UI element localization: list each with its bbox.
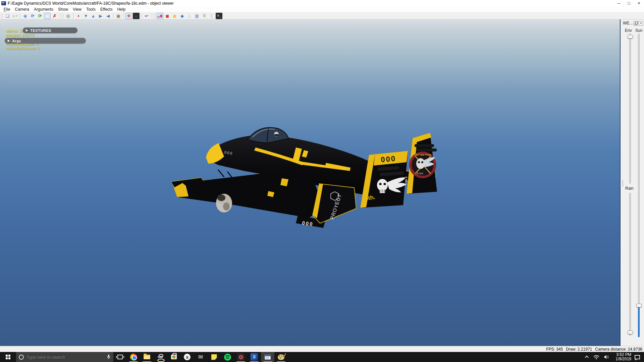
menu-tools[interactable]: Tools — [84, 7, 98, 12]
open-file-icon[interactable]: ❏ — [4, 13, 11, 19]
right-fin: 19th Task Force ACES — [407, 133, 437, 194]
menu-help[interactable]: Help — [115, 7, 128, 12]
wifi-button[interactable] — [592, 352, 600, 362]
pivot-point-icon[interactable]: + — [75, 13, 82, 19]
action-center-icon — [635, 355, 640, 359]
cone-down-icon[interactable]: ▼ — [83, 13, 89, 19]
maximize-button[interactable]: ▢ — [624, 0, 634, 6]
console-icon[interactable]: >_ — [216, 13, 222, 19]
undo-icon[interactable]: ↩ — [143, 13, 150, 19]
measure-icon[interactable]: ↔ — [133, 13, 140, 19]
toolbar-separator — [20, 13, 20, 18]
menu-show[interactable]: Show — [56, 7, 70, 12]
action-center-button[interactable] — [633, 352, 641, 362]
task-force-emblem: 19th Task Force ACES — [409, 152, 436, 178]
task-view-button[interactable] — [113, 352, 127, 362]
rain-slider[interactable] — [629, 193, 631, 336]
texture-person-icon[interactable]: ▣ — [115, 13, 122, 19]
taskbar-object-viewer[interactable] — [261, 352, 274, 362]
camera-icon[interactable]: ◎ — [65, 13, 71, 19]
sun-slider[interactable] — [638, 34, 640, 337]
right-stabilator: PROYECT — [313, 184, 356, 223]
taskbar-search[interactable] — [16, 352, 113, 362]
yellow-box-icon[interactable]: ◼ — [171, 13, 178, 19]
reload-icon[interactable]: ⟳ — [37, 13, 43, 19]
rain-slider-thumb[interactable] — [628, 330, 633, 334]
taskbar-paint-palette[interactable] — [274, 352, 288, 362]
toolbar-grip[interactable] — [154, 13, 155, 18]
taskbar-rings-app[interactable] — [154, 352, 167, 362]
menu-file[interactable]: File — [1, 7, 12, 12]
sphere-icon[interactable]: ◉ — [22, 13, 29, 19]
taskbar-file-explorer[interactable] — [140, 352, 154, 362]
start-button[interactable] — [0, 352, 16, 362]
taskbar-chrome[interactable] — [127, 352, 140, 362]
panel-close-button[interactable]: ✕ — [639, 21, 643, 25]
sun-label: Sun — [635, 28, 642, 33]
panel-grip[interactable] — [622, 180, 623, 187]
title-bar: F:/Eagle Dynamics/DCS World/CoreMods/air… — [0, 0, 644, 6]
sticky-notes-icon — [211, 354, 217, 360]
toolbar-separator — [113, 13, 113, 18]
taskbar-store[interactable] — [167, 352, 180, 362]
tray-date: 1/9/2019 — [612, 357, 631, 361]
playback-panel-icon[interactable]: » — [44, 13, 51, 19]
minimize-button[interactable]: — — [614, 0, 624, 6]
args-expander[interactable]: ▶ Args — [5, 38, 86, 44]
weather-panel: WE... ✕ Env Sun Rain — [620, 19, 644, 346]
rings-app-icon — [158, 356, 163, 358]
taskbar-sticky-notes[interactable] — [207, 352, 221, 362]
shapes-icon[interactable]: ❖ — [125, 13, 132, 19]
toolbar-grip[interactable] — [1, 13, 3, 18]
menu-arguments[interactable]: Arguments — [32, 7, 56, 12]
window-controls: — ▢ ✕ — [614, 0, 644, 6]
env-slider-thumb[interactable] — [628, 35, 633, 39]
red-cube-icon[interactable]: ◼ — [164, 13, 171, 19]
taskbar-spotify[interactable] — [221, 352, 234, 362]
cortana-icon — [19, 355, 24, 360]
dots-grid-icon[interactable]: ⠿ — [201, 13, 208, 19]
window-title: F:/Eagle Dynamics/DCS World/CoreMods/air… — [8, 1, 614, 6]
wing-noseart — [216, 194, 232, 213]
panel-float-button[interactable] — [634, 21, 638, 25]
toolbar-separator — [141, 13, 142, 18]
textures-expander[interactable]: ▶ TEXTURES — [23, 27, 77, 33]
stat-triangles: triangles: 249472 — [6, 33, 40, 38]
emblem-top-text: 19th Task Force — [414, 154, 432, 156]
sun-slider-thumb[interactable] — [636, 304, 642, 307]
menu-camera[interactable]: Camera — [12, 7, 32, 12]
pin-icon[interactable]: ⌶ — [208, 13, 215, 19]
taskbar-blue-app[interactable]: S — [248, 352, 261, 362]
cone-right-icon[interactable]: ▶ — [97, 13, 104, 19]
drop-icon[interactable]: ◆ — [179, 13, 185, 19]
toolbar-grip[interactable] — [62, 13, 63, 18]
app-icon — [1, 1, 6, 5]
taskbar-ffxiv[interactable] — [234, 352, 248, 362]
cone-left-icon[interactable]: ◀ — [105, 13, 111, 19]
search-input[interactable] — [26, 355, 104, 360]
grid-table-icon[interactable]: ▦ — [194, 13, 200, 19]
nose-probes — [218, 170, 232, 178]
tray-clock[interactable]: 3:52 PM 1/9/2019 — [612, 353, 631, 361]
taskbar-mail[interactable]: ✉ — [194, 352, 207, 362]
menu-view[interactable]: View — [70, 7, 84, 12]
close-button[interactable]: ✕ — [634, 0, 644, 6]
fin-number: 000 — [380, 154, 396, 164]
toolbar-separator — [123, 13, 124, 18]
refresh-icon[interactable]: ⟳ — [29, 13, 36, 19]
hidden-icons-button[interactable] — [582, 352, 590, 362]
model-viewport[interactable]: objects: 26 triangles: 249472 instances:… — [0, 19, 620, 346]
spray-icon[interactable]: ♨ — [186, 13, 193, 19]
fps-value: FPS: 345 — [546, 347, 563, 352]
bar-chart-icon[interactable]: ▂▆ — [157, 13, 163, 19]
add-user-icon[interactable]: ☺+ — [11, 13, 18, 19]
env-slider[interactable] — [629, 34, 631, 184]
fa18c-model[interactable]: ACES — [168, 107, 443, 235]
gyro-icon[interactable]: ▲ — [90, 13, 97, 19]
taskbar-xbox[interactable]: x — [180, 352, 194, 362]
task-view-icon — [117, 355, 123, 359]
volume-button[interactable] — [602, 352, 610, 362]
menu-effects[interactable]: Effects — [98, 7, 115, 12]
skeleton-icon[interactable]: ✗ — [51, 13, 58, 19]
env-label: Env — [625, 28, 632, 33]
